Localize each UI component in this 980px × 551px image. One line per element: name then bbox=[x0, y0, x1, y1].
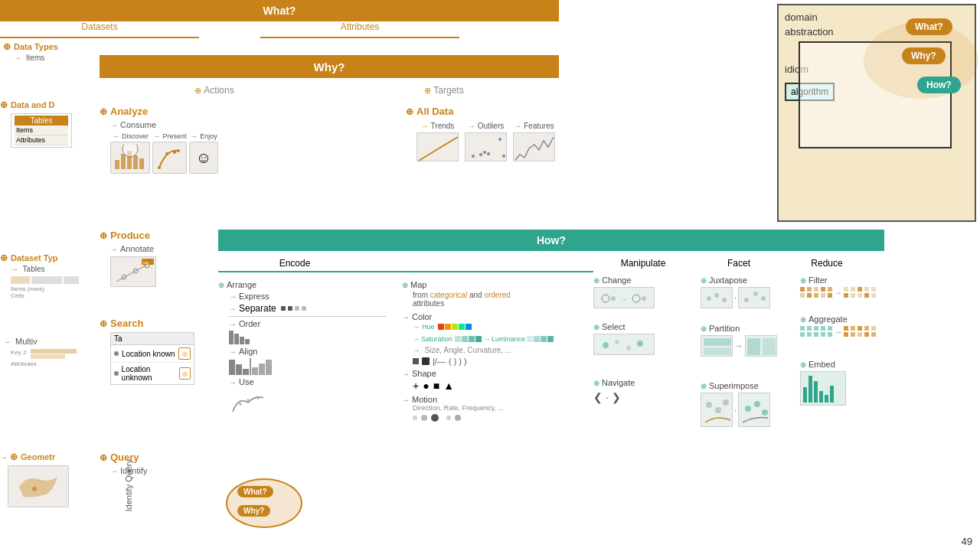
what-domain-badge: What? bbox=[906, 18, 952, 35]
reduce-section: ⊕ Filter → bbox=[800, 272, 884, 409]
page-number: 49 bbox=[962, 536, 972, 547]
key-bar-1 bbox=[31, 349, 77, 354]
svg-point-49 bbox=[754, 401, 760, 407]
bar-2 bbox=[234, 334, 239, 344]
svg-point-50 bbox=[762, 409, 768, 416]
shape-circle: ● bbox=[423, 380, 429, 392]
color-swatches: → Hue → Saturation bbox=[413, 323, 586, 343]
svg-point-21 bbox=[498, 138, 501, 141]
manipulate-section: ⊕ Change → ⊕ Select bbox=[593, 272, 693, 408]
change-title: ⊕ Change bbox=[593, 276, 693, 285]
attributes-tiny: Attributes bbox=[11, 360, 83, 367]
what-badge-small: What? bbox=[237, 486, 273, 497]
reduce-header: Reduce bbox=[785, 258, 869, 269]
svg-point-38 bbox=[744, 298, 749, 302]
actions-label: Actions bbox=[204, 85, 234, 96]
svg-point-27 bbox=[611, 296, 616, 301]
data-types-label: Data Types bbox=[14, 42, 58, 51]
map-title: ⊕ Map bbox=[402, 280, 586, 289]
juxtapose-label: Juxtapose bbox=[709, 276, 747, 285]
map-attrs-label: attributes bbox=[413, 299, 586, 308]
color-label: Color bbox=[412, 312, 432, 321]
use-label: Use bbox=[239, 377, 254, 386]
svg-rect-4 bbox=[133, 155, 138, 169]
superimpose-vis: · bbox=[701, 393, 792, 427]
outliers-item: → Outliers bbox=[465, 122, 507, 161]
bar-1 bbox=[229, 331, 234, 344]
navigate-group: ⊕ Navigate ❮ · ❯ bbox=[593, 378, 693, 405]
targets-label: Targets bbox=[433, 85, 463, 96]
main-container: What? Datasets Attributes Why? ⊕ Actions… bbox=[0, 0, 980, 551]
fg2-4 bbox=[864, 287, 869, 292]
express-label: Express bbox=[239, 292, 270, 301]
align-label: Align bbox=[239, 347, 257, 356]
size-angle-group: → Size, Angle, Curvature, ... |/— ( ) ) … bbox=[413, 346, 586, 366]
agg-3 bbox=[814, 326, 818, 331]
map-icon: ⊕ bbox=[402, 281, 408, 289]
why-domain-badge: Why? bbox=[902, 47, 946, 64]
agg2-7 bbox=[851, 332, 855, 337]
express-arrow: → bbox=[229, 292, 237, 301]
pos-sq-lg bbox=[422, 357, 430, 365]
color-group: → Color → Hue → bbox=[402, 312, 586, 343]
partition-vis: → bbox=[701, 335, 792, 357]
agg2-5 bbox=[871, 326, 876, 331]
agg2-4 bbox=[864, 326, 869, 331]
svg-rect-42 bbox=[704, 347, 731, 355]
change-group: ⊕ Change → bbox=[593, 276, 693, 308]
navigate-icon-sym: ❮ · ❯ bbox=[593, 391, 621, 403]
outliers-label-row: → Outliers bbox=[468, 122, 504, 130]
juxtapose-svg-1 bbox=[701, 288, 733, 309]
agg2-8 bbox=[858, 332, 862, 337]
arrange-icon: ⊕ bbox=[218, 281, 224, 289]
luminance-label: Luminance bbox=[492, 335, 525, 343]
svg-rect-41 bbox=[704, 338, 731, 346]
select-vis bbox=[593, 334, 655, 355]
fg2-6 bbox=[844, 293, 848, 298]
superimpose-group: ⊕ Superimpose · bbox=[701, 381, 792, 427]
saturation-label: Saturation bbox=[421, 335, 452, 343]
embed-icon: ⊕ bbox=[800, 360, 806, 369]
partition-svg-1 bbox=[701, 336, 733, 357]
select-group: ⊕ Select bbox=[593, 322, 693, 355]
target-col-label: Ta bbox=[114, 334, 122, 343]
agg-2 bbox=[807, 326, 812, 331]
fg-2 bbox=[807, 287, 812, 292]
location-unknown-label: Location unknown bbox=[122, 365, 179, 382]
motion-label: Motion bbox=[412, 395, 437, 404]
map-svg bbox=[11, 468, 65, 506]
how-domain-badge: How? bbox=[917, 77, 961, 93]
svg-rect-5 bbox=[139, 158, 144, 169]
hue-3 bbox=[452, 324, 458, 330]
motion-dots bbox=[413, 414, 586, 422]
svg-rect-44 bbox=[763, 338, 776, 355]
filter-icon: ⊕ bbox=[800, 276, 806, 285]
annotate-title: → Annotate bbox=[110, 244, 218, 253]
superimpose-title: ⊕ Superimpose bbox=[701, 381, 792, 390]
whatwhy-diagram: What? Why? bbox=[222, 474, 345, 543]
trends-arrow: → bbox=[421, 122, 429, 130]
svg-point-40 bbox=[761, 296, 766, 301]
col-headers: Datasets Attributes bbox=[0, 21, 559, 38]
use-thumb bbox=[229, 389, 267, 416]
hue-colors bbox=[438, 324, 472, 330]
svg-point-45 bbox=[706, 402, 712, 408]
superimpose-vis-2 bbox=[738, 393, 770, 427]
lum-1 bbox=[527, 336, 533, 342]
partition-svg-2 bbox=[746, 336, 778, 357]
align-arrow: → bbox=[229, 347, 237, 356]
separate-arrow: → bbox=[229, 305, 237, 313]
agg2-10 bbox=[871, 332, 876, 337]
tables-sub-arrow: → bbox=[11, 265, 18, 273]
unknown-icon: ◎ bbox=[179, 367, 191, 380]
tables-sub: → Tables bbox=[11, 265, 100, 273]
arrange-group: ⊕ Arrange → Express → Separate bbox=[218, 280, 387, 417]
lum-arrow: → bbox=[484, 335, 491, 343]
superimpose-svg-2 bbox=[739, 393, 771, 428]
discover-thumb bbox=[110, 142, 150, 174]
select-title: ⊕ Select bbox=[593, 322, 693, 331]
svg-text:→: → bbox=[621, 296, 627, 303]
size-teal-arrow: → bbox=[413, 346, 420, 354]
enjoy-emoji: ☺ bbox=[196, 149, 211, 167]
sat-3 bbox=[469, 336, 475, 342]
